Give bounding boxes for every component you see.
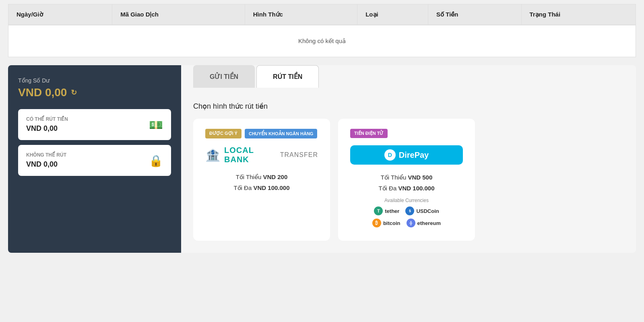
cannot-withdraw-amount: VND 0,00 xyxy=(26,160,163,169)
tabs: GỬI TIỀN RÚT TIỀN xyxy=(193,65,624,88)
tab-withdraw[interactable]: RÚT TIỀN xyxy=(256,65,319,88)
col-method: Hình Thức xyxy=(245,4,357,25)
currency-row-2: ₿ bitcoin ⟠ ethereum xyxy=(350,219,463,227)
direpay-logo: D DirePay xyxy=(350,145,463,165)
tab-send[interactable]: GỬI TIỀN xyxy=(193,65,255,88)
bank-limit-text: Tối Thiểu VND 200 Tối Đa VND 100.000 xyxy=(205,171,318,193)
withdraw-panel: GỬI TIỀN RÚT TIỀN Chọn hình thức rút tiề… xyxy=(181,65,636,253)
crypto-max-label: Tối Đa xyxy=(378,185,396,192)
bank-logo-text: LOCAL BANK xyxy=(224,146,276,164)
direpay-logo-text: DirePay xyxy=(399,151,429,160)
empty-message: Không có kết quả xyxy=(8,25,636,57)
crypto-min-label: Tối Thiểu xyxy=(381,174,407,181)
total-balance-label: Tổng Số Dư xyxy=(18,77,171,84)
crypto-card[interactable]: TIỀN ĐIỆN TỬ D DirePay Tối Thiểu VND 500… xyxy=(338,119,475,241)
transfer-label: TRANSFER xyxy=(280,151,318,159)
usdc-icon: $ xyxy=(405,206,414,215)
bank-transfer-logo: 🏦 LOCAL BANK TRANSFER xyxy=(205,146,318,164)
crypto-limit-text: Tối Thiểu VND 500 Tối Đa VND 100.000 xyxy=(350,172,463,194)
total-balance-value: VND 0,00 xyxy=(18,86,67,99)
tag-recommended: ĐƯỢC GỢI Ý xyxy=(205,129,242,138)
currency-ethereum: ⟠ ethereum xyxy=(407,219,441,227)
can-withdraw-card: CÓ THỂ RÚT TIỀN VND 0,00 💵 xyxy=(18,109,171,140)
tether-icon: T xyxy=(374,206,383,215)
currencies-label: Available Currencies xyxy=(350,198,463,203)
col-amount: Số Tiền xyxy=(428,4,521,25)
bank-building-icon: 🏦 xyxy=(205,148,220,162)
locked-money-icon: 🔒 xyxy=(149,154,163,167)
bank-min-label: Tối Thiểu xyxy=(236,173,262,180)
bank-card-tags: ĐƯỢC GỢI Ý CHUYỂN KHOẢN NGÂN HÀNG xyxy=(205,129,318,138)
currency-row-1: T tether $ USDCoin xyxy=(350,206,463,215)
transaction-table-section: Ngày/Giờ Mã Giao Dịch Hình Thức Loại Số … xyxy=(8,4,636,57)
bank-max-label: Tối Đa xyxy=(233,184,252,191)
cannot-withdraw-label: KHÔNG THỂ RÚT xyxy=(26,152,163,158)
table-empty-row: Không có kết quả xyxy=(8,25,636,57)
tag-bank-transfer: CHUYỂN KHOẢN NGÂN HÀNG xyxy=(245,129,317,138)
transaction-table: Ngày/Giờ Mã Giao Dịch Hình Thức Loại Số … xyxy=(8,4,636,57)
bitcoin-label: bitcoin xyxy=(383,220,400,226)
crypto-min-amount: VND 500 xyxy=(408,174,432,181)
currency-tether: T tether xyxy=(374,206,399,215)
direpay-logo-icon: D xyxy=(384,149,396,161)
can-withdraw-amount: VND 0,00 xyxy=(26,124,163,133)
col-date: Ngày/Giờ xyxy=(8,4,112,25)
ethereum-icon: ⟠ xyxy=(407,219,415,227)
refresh-icon[interactable]: ↻ xyxy=(71,88,77,97)
currency-usdc: $ USDCoin xyxy=(405,206,439,215)
ethereum-label: ethereum xyxy=(417,220,441,226)
withdraw-section-title: Chọn hình thức rút tiền xyxy=(193,98,624,111)
tether-label: tether xyxy=(385,208,399,214)
total-balance-amount: VND 0,00 ↻ xyxy=(18,86,171,99)
col-status: Trạng Thái xyxy=(521,4,636,25)
money-icon: 💵 xyxy=(149,118,163,131)
bank-min-amount: VND 200 xyxy=(263,173,287,180)
can-withdraw-label: CÓ THỂ RÚT TIỀN xyxy=(26,116,163,122)
currency-bitcoin: ₿ bitcoin xyxy=(372,219,400,227)
main-content: Tổng Số Dư VND 0,00 ↻ CÓ THỂ RÚT TIỀN VN… xyxy=(8,65,636,253)
cannot-withdraw-card: KHÔNG THỂ RÚT VND 0,00 🔒 xyxy=(18,145,171,176)
col-type: Loại xyxy=(357,4,428,25)
usdc-label: USDCoin xyxy=(416,208,439,214)
tag-crypto: TIỀN ĐIỆN TỬ xyxy=(350,129,388,138)
crypto-tag-row: TIỀN ĐIỆN TỬ xyxy=(350,129,463,138)
balance-panel: Tổng Số Dư VND 0,00 ↻ CÓ THỂ RÚT TIỀN VN… xyxy=(8,65,181,253)
payment-methods: ĐƯỢC GỢI Ý CHUYỂN KHOẢN NGÂN HÀNG 🏦 LOCA… xyxy=(193,119,624,241)
crypto-max-amount: VND 100.000 xyxy=(398,185,434,192)
currencies-section: Available Currencies T tether $ USDCoin xyxy=(350,198,463,227)
bank-transfer-card[interactable]: ĐƯỢC GỢI Ý CHUYỂN KHOẢN NGÂN HÀNG 🏦 LOCA… xyxy=(193,119,330,241)
bitcoin-icon: ₿ xyxy=(372,219,381,227)
bank-max-amount: VND 100.000 xyxy=(253,184,289,191)
col-transaction-code: Mã Giao Dịch xyxy=(112,4,245,25)
